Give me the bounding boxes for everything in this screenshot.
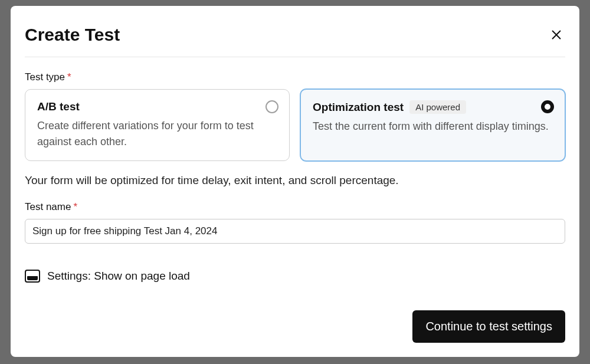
modal-header: Create Test <box>25 25 565 57</box>
modal-footer: Continue to test settings <box>25 310 565 343</box>
optimization-test-header: Optimization test AI powered <box>313 100 553 114</box>
modal-title: Create Test <box>25 25 120 45</box>
required-asterisk: * <box>67 71 71 83</box>
settings-row[interactable]: Settings: Show on page load <box>25 270 565 283</box>
create-test-modal: Create Test Test type* A/B test Create d… <box>11 6 579 357</box>
test-type-label-text: Test type <box>25 71 65 83</box>
ai-powered-badge: AI powered <box>409 100 466 114</box>
optimization-test-description: Test the current form with different dis… <box>313 119 553 135</box>
optimization-test-title: Optimization test <box>313 101 404 114</box>
close-icon <box>550 28 563 41</box>
settings-text: Settings: Show on page load <box>47 270 190 283</box>
test-type-label: Test type* <box>25 71 565 83</box>
test-name-label-text: Test name <box>25 201 71 212</box>
test-type-helper-text: Your form will be optimized for time del… <box>25 174 565 187</box>
radio-indicator-selected <box>541 100 554 113</box>
ab-test-header: A/B test <box>37 100 277 113</box>
radio-indicator-unselected <box>266 100 278 113</box>
test-name-label: Test name* <box>25 201 565 213</box>
test-type-options: A/B test Create different variations for… <box>25 89 565 161</box>
test-name-input[interactable] <box>25 219 565 244</box>
popup-icon <box>25 270 40 283</box>
ab-test-title: A/B test <box>37 100 80 113</box>
ab-test-description: Create different variations for your for… <box>37 118 277 150</box>
optimization-test-option[interactable]: Optimization test AI powered Test the cu… <box>300 89 565 161</box>
ab-test-option[interactable]: A/B test Create different variations for… <box>25 89 290 161</box>
continue-button[interactable]: Continue to test settings <box>412 310 565 343</box>
close-button[interactable] <box>548 26 565 44</box>
required-asterisk: * <box>73 201 77 212</box>
